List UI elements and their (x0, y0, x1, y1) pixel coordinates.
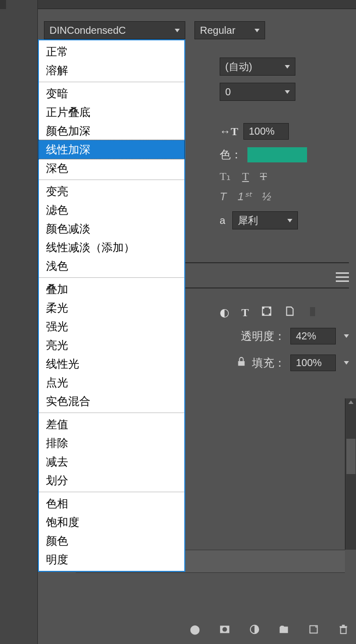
fill-input[interactable]: 100% (290, 355, 336, 371)
chevron-down-icon[interactable] (344, 334, 349, 338)
filter-smart-icon[interactable] (284, 306, 295, 320)
subscript-icon[interactable]: T₁ (220, 170, 231, 183)
filter-shape-icon[interactable] (261, 306, 272, 320)
new-layer-icon[interactable] (308, 623, 320, 636)
svg-point-7 (222, 627, 227, 631)
faux-italic-icon[interactable]: T (220, 190, 226, 203)
svg-rect-2 (269, 307, 271, 309)
antialias-dropdown[interactable]: 犀利 (232, 211, 298, 229)
blend-mode-item[interactable]: 明度 (39, 550, 184, 569)
blend-mode-item[interactable]: 亮光 (39, 336, 184, 355)
blend-mode-item[interactable]: 划分 (39, 471, 184, 490)
blend-mode-item[interactable]: 减去 (39, 452, 184, 471)
ordinal-icon[interactable]: 1ˢᵗ (237, 190, 250, 203)
lock-icon[interactable] (236, 356, 247, 370)
font-style-value: Regular (200, 25, 235, 36)
leading-value: (自动) (225, 60, 252, 74)
blend-mode-menu[interactable]: 正常溶解变暗正片叠底颜色加深线性加深深色变亮滤色颜色减淡线性减淡（添加）浅色叠加… (38, 39, 185, 572)
tool-strip (0, 0, 38, 644)
svg-rect-3 (262, 314, 264, 316)
blend-mode-item[interactable]: 颜色 (39, 532, 184, 550)
aa-label: a (220, 215, 225, 226)
blend-mode-item[interactable]: 柔光 (39, 299, 184, 317)
chevron-down-icon (287, 219, 292, 222)
blend-mode-item[interactable]: 排除 (39, 434, 184, 452)
hscale-input[interactable]: 100% (243, 123, 289, 140)
blend-mode-item[interactable]: 强光 (39, 317, 184, 336)
strikethrough-icon[interactable]: Ŧ (260, 170, 267, 183)
svg-rect-4 (269, 314, 271, 316)
layer-mask-icon[interactable] (219, 623, 231, 636)
chevron-down-icon (255, 29, 260, 32)
opacity-label: 透明度： (241, 329, 285, 344)
svg-rect-11 (339, 626, 347, 628)
opacity-input[interactable]: 42% (290, 328, 336, 344)
group-icon[interactable] (278, 623, 290, 636)
font-family-value: DINCondensedC (49, 25, 126, 36)
chevron-down-icon[interactable] (344, 361, 349, 365)
blend-mode-item[interactable]: 差值 (39, 415, 184, 434)
blend-mode-item[interactable]: 线性加深 (39, 140, 184, 159)
svg-rect-1 (262, 307, 264, 309)
color-swatch[interactable] (247, 147, 308, 163)
blend-mode-item[interactable]: 正常 (39, 42, 184, 61)
chevron-down-icon (285, 65, 290, 69)
vertical-scrollbar[interactable] (345, 398, 356, 550)
scrollbar-thumb[interactable] (346, 439, 355, 474)
filter-toggle[interactable] (308, 309, 315, 316)
font-style-dropdown[interactable]: Regular (194, 21, 265, 39)
svg-rect-5 (238, 361, 245, 366)
blend-mode-item[interactable]: 浅色 (39, 257, 184, 275)
tracking-dropdown[interactable]: 0 (220, 83, 295, 101)
font-family-dropdown[interactable]: DINCondensedC (44, 21, 185, 39)
panel-menu-icon[interactable] (336, 272, 349, 282)
fraction-icon[interactable]: ½ (262, 190, 271, 203)
blend-mode-item[interactable]: 正片叠底 (39, 103, 184, 122)
blend-mode-item[interactable]: 颜色加深 (39, 122, 184, 140)
color-label: 色： (220, 147, 242, 162)
svg-rect-10 (340, 627, 346, 633)
adjustment-layer-icon[interactable] (248, 623, 260, 636)
blend-mode-item[interactable]: 溶解 (39, 61, 184, 80)
blend-mode-item[interactable]: 饱和度 (39, 513, 184, 532)
blend-mode-item[interactable]: 颜色减淡 (39, 219, 184, 238)
antialias-value: 犀利 (238, 214, 258, 227)
trash-icon[interactable] (337, 623, 349, 636)
filter-pixel-icon[interactable]: ◐ (220, 306, 229, 319)
blend-mode-item[interactable]: 实色混合 (39, 392, 184, 411)
leading-dropdown[interactable]: (自动) (220, 57, 295, 76)
tracking-value: 0 (225, 86, 231, 98)
panel-tab-bar (38, 0, 356, 9)
chevron-down-icon (285, 90, 290, 94)
blend-mode-item[interactable]: 深色 (39, 159, 184, 178)
blend-mode-item[interactable]: 滤色 (39, 201, 184, 219)
layers-bottom-bar: ⬤ (189, 623, 349, 636)
underline-icon[interactable]: T (242, 170, 248, 183)
svg-rect-12 (342, 625, 345, 626)
blend-mode-item[interactable]: 变亮 (39, 182, 184, 201)
filter-type-icon[interactable]: T (241, 306, 249, 319)
hscale-icon: ↔T (220, 125, 238, 138)
blend-mode-item[interactable]: 线性光 (39, 355, 184, 373)
fill-label: 填充： (252, 356, 285, 371)
blend-mode-item[interactable]: 叠加 (39, 280, 184, 299)
blend-mode-item[interactable]: 点光 (39, 373, 184, 392)
blend-mode-item[interactable]: 线性减淡（添加） (39, 238, 184, 257)
blend-mode-item[interactable]: 色相 (39, 494, 184, 513)
layer-fx-icon[interactable]: ⬤ (189, 623, 201, 636)
chevron-down-icon (175, 29, 180, 32)
blend-mode-item[interactable]: 变暗 (39, 84, 184, 103)
